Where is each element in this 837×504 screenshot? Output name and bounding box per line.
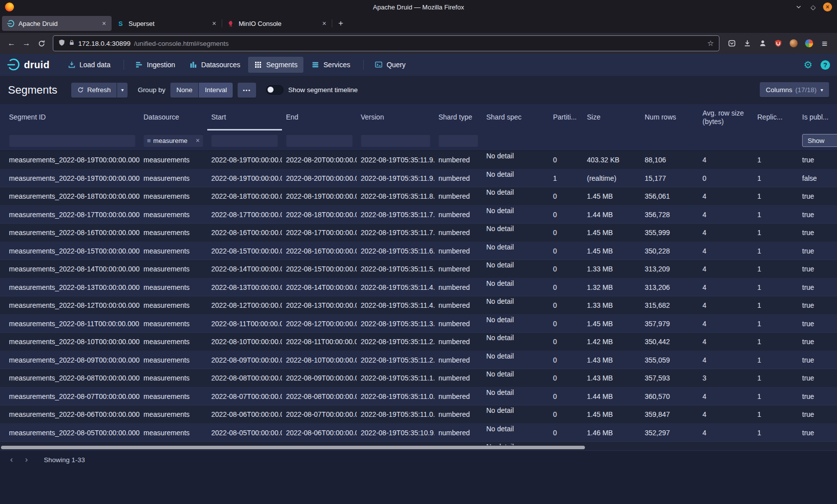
next-page-button[interactable]: › (20, 453, 33, 466)
cell-segment-id[interactable]: measurements_2022-08-15T00:00:00.000Z... (5, 242, 140, 260)
table-row[interactable]: measurements_2022-08-18T00:00:00.000Z...… (0, 187, 837, 206)
segment-timeline-toggle[interactable] (266, 85, 283, 95)
filter-input-segment-id[interactable] (9, 134, 136, 147)
columns-button[interactable]: Columns (17/18) ▾ (760, 82, 829, 97)
help-icon[interactable]: ? (821, 60, 830, 70)
cell-segment-id[interactable]: measurements_2022-08-13T00:00:00.000Z... (5, 278, 140, 297)
window-minimize-icon[interactable] (794, 2, 803, 11)
column-header-datasource[interactable]: Datasource (140, 104, 207, 130)
cell-segment-id[interactable]: measurements_2022-08-05T00:00:00.000Z... (5, 424, 140, 442)
window-maximize-icon[interactable]: ◇ (809, 2, 818, 11)
column-header-replicas[interactable]: Replic... (753, 104, 798, 130)
clear-filter-icon[interactable]: × (196, 136, 200, 144)
downloads-icon[interactable] (743, 39, 752, 48)
horizontal-scrollbar[interactable] (0, 445, 837, 450)
cell-segment-id[interactable]: measurements_2022-08-11T00:00:00.000Z... (5, 315, 140, 333)
filter-input-end[interactable] (286, 134, 353, 147)
cell-segment-id[interactable]: measurements_2022-08-04T00:00:00.000Z... (5, 442, 140, 445)
cell-segment-id[interactable]: measurements_2022-08-14T00:00:00.000Z... (5, 260, 140, 278)
cell-segment-id[interactable]: measurements_2022-08-08T00:00:00.000Z... (5, 369, 140, 387)
back-button[interactable]: ← (4, 36, 19, 50)
cell-segment-id[interactable]: measurements_2022-08-16T00:00:00.000Z... (5, 224, 140, 242)
column-header-avg-row-size[interactable]: Avg. row size (bytes) (698, 104, 753, 130)
nav-datasources[interactable]: Datasources (183, 57, 247, 73)
prev-page-button[interactable]: ‹ (5, 453, 18, 466)
reload-button[interactable] (34, 36, 49, 50)
filter-input-shard-type[interactable] (438, 134, 478, 147)
table-row[interactable]: measurements_2022-08-19T00:00:00.000Z...… (0, 151, 837, 169)
table-row[interactable]: measurements_2022-08-09T00:00:00.000Z...… (0, 351, 837, 370)
group-by-none-button[interactable]: None (170, 83, 198, 98)
column-header-size[interactable]: Size (583, 104, 641, 130)
table-row[interactable]: measurements_2022-08-17T00:00:00.000Z...… (0, 206, 837, 224)
nav-ingestion[interactable]: Ingestion (129, 57, 181, 73)
cell-segment-id[interactable]: measurements_2022-08-17T00:00:00.000Z... (5, 206, 140, 224)
cell-segment-id[interactable]: measurements_2022-08-19T00:00:00.000Z... (5, 151, 140, 169)
tab-close-icon[interactable]: × (211, 19, 217, 27)
new-tab-button[interactable]: + (334, 17, 347, 30)
column-header-is-published[interactable]: Is publ... (798, 104, 837, 130)
table-row[interactable]: measurements_2022-08-10T00:00:00.000Z...… (0, 333, 837, 351)
column-header-num-rows[interactable]: Num rows (641, 104, 698, 130)
filter-show-button[interactable]: Show (802, 134, 837, 147)
group-by-interval-button[interactable]: Interval (199, 83, 233, 98)
column-header-segment-id[interactable]: Segment ID (5, 104, 140, 130)
cell-size: 1.32 MB (583, 278, 641, 297)
column-header-shard-spec[interactable]: Shard spec (482, 104, 549, 130)
refresh-dropdown-button[interactable]: ▾ (117, 83, 128, 98)
url-bar[interactable]: 172.18.0.4:30899 /unified-console.html#s… (53, 35, 719, 51)
table-row[interactable]: measurements_2022-08-12T00:00:00.000Z...… (0, 296, 837, 315)
table-row[interactable]: measurements_2022-08-14T00:00:00.000Z...… (0, 260, 837, 278)
table-row[interactable]: measurements_2022-08-04T00:00:00.000Z...… (0, 442, 837, 445)
nav-load-data[interactable]: Load data (62, 57, 117, 73)
cell-segment-id[interactable]: measurements_2022-08-07T00:00:00.000Z... (5, 387, 140, 406)
tab-apache-druid[interactable]: Apache Druid × (2, 16, 112, 31)
table-row[interactable]: measurements_2022-08-16T00:00:00.000Z...… (0, 224, 837, 242)
scrollbar-thumb[interactable] (1, 446, 585, 449)
refresh-button[interactable]: Refresh (71, 83, 117, 98)
druid-logo[interactable]: druid (7, 58, 50, 71)
tab-close-icon[interactable]: × (101, 19, 107, 27)
account-icon[interactable] (758, 39, 767, 48)
nav-services[interactable]: Services (305, 57, 356, 73)
column-header-partition[interactable]: Partiti... (549, 104, 583, 130)
table-row[interactable]: measurements_2022-08-15T00:00:00.000Z...… (0, 242, 837, 260)
tab-minio-console[interactable]: MinIO Console × (222, 16, 332, 31)
ublock-icon[interactable] (774, 39, 783, 48)
menu-icon[interactable]: ≡ (820, 39, 829, 48)
nav-query[interactable]: Query (369, 57, 412, 73)
filter-input-version[interactable] (361, 134, 430, 147)
lock-icon[interactable] (69, 39, 75, 47)
table-row[interactable]: measurements_2022-08-11T00:00:00.000Z...… (0, 315, 837, 333)
more-options-button[interactable]: ••• (238, 83, 256, 98)
extension-pinwheel-icon[interactable] (805, 39, 814, 48)
column-header-start[interactable]: Start (207, 104, 282, 130)
profile-avatar-icon[interactable] (789, 39, 798, 48)
tab-close-icon[interactable]: × (321, 19, 327, 27)
table-row[interactable]: measurements_2022-08-07T00:00:00.000Z...… (0, 387, 837, 406)
cell-segment-id[interactable]: measurements_2022-08-12T00:00:00.000Z... (5, 296, 140, 315)
bookmark-star-icon[interactable]: ☆ (707, 39, 714, 48)
pocket-icon[interactable] (727, 39, 736, 48)
table-row[interactable]: measurements_2022-08-06T00:00:00.000Z...… (0, 405, 837, 424)
window-close-icon[interactable]: × (823, 2, 832, 11)
column-header-end[interactable]: End (282, 104, 357, 130)
settings-gear-icon[interactable]: ⚙ (804, 60, 813, 70)
column-header-shard-type[interactable]: Shard type (434, 104, 482, 130)
cell-segment-id[interactable]: measurements_2022-08-06T00:00:00.000Z... (5, 405, 140, 424)
column-header-version[interactable]: Version (357, 104, 434, 130)
forward-button[interactable]: → (19, 36, 34, 50)
cell-segment-id[interactable]: measurements_2022-08-18T00:00:00.000Z... (5, 187, 140, 206)
table-row[interactable]: measurements_2022-08-13T00:00:00.000Z...… (0, 278, 837, 297)
cell-segment-id[interactable]: measurements_2022-08-10T00:00:00.000Z... (5, 333, 140, 351)
tracking-shield-icon[interactable] (58, 39, 65, 48)
filter-input-start[interactable] (211, 134, 278, 147)
table-row[interactable]: measurements_2022-08-08T00:00:00.000Z...… (0, 369, 837, 387)
tab-superset[interactable]: S Superset × (112, 16, 222, 31)
nav-segments[interactable]: Segments (248, 57, 303, 73)
cell-segment-id[interactable]: measurements_2022-08-09T00:00:00.000Z... (5, 351, 140, 370)
table-row[interactable]: measurements_2022-08-19T00:00:00.000Z...… (0, 169, 837, 188)
filter-input-datasource[interactable]: ≡measureme× (143, 134, 203, 147)
table-row[interactable]: measurements_2022-08-05T00:00:00.000Z...… (0, 424, 837, 442)
cell-segment-id[interactable]: measurements_2022-08-19T00:00:00.000Z... (5, 169, 140, 188)
